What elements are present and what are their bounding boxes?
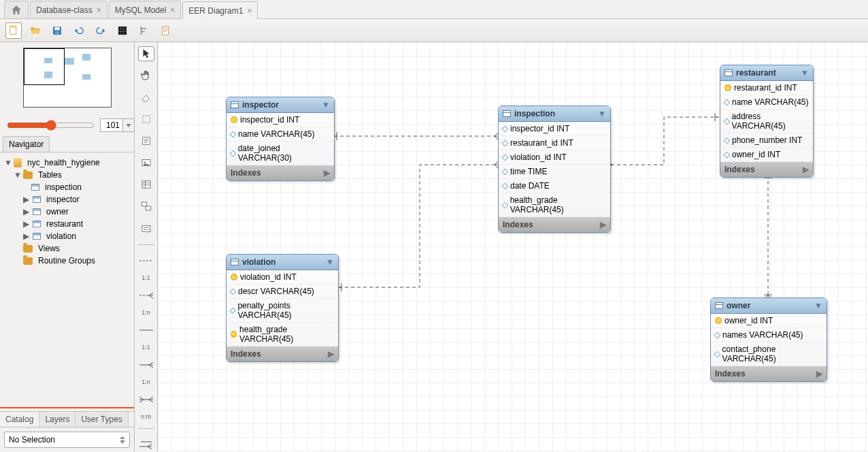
table-icon [140, 178, 152, 191]
rel-11-tool[interactable] [138, 253, 154, 268]
layers-tab[interactable]: Layers [39, 412, 76, 427]
rel-1n-icon [139, 291, 153, 300]
left-panel: 101 Navigator ▼nyc_health_hygiene ▼Table… [0, 42, 135, 452]
indexes-label: Indexes [231, 349, 261, 359]
table-icon [503, 110, 511, 117]
tree-tables[interactable]: ▼Tables [3, 169, 131, 181]
tab-eer-diagram[interactable]: EER Diagram1× [182, 1, 258, 19]
image-icon [140, 157, 152, 169]
tree-db[interactable]: ▼nyc_health_hygiene [3, 157, 131, 169]
tree-routines[interactable]: Routine Groups [3, 255, 131, 267]
selection-label: No Selection [9, 435, 55, 445]
save-button[interactable] [49, 22, 65, 39]
rel-1nb-tool[interactable] [138, 357, 154, 372]
svg-rect-14 [142, 225, 150, 231]
zoom-slider[interactable] [7, 120, 95, 131]
attr-icon [229, 307, 235, 313]
new-file-button[interactable] [5, 22, 22, 39]
attr-icon [501, 201, 508, 208]
hand-tool[interactable] [138, 68, 154, 83]
selection-combo[interactable]: No Selection [4, 432, 130, 448]
entity-violation[interactable]: violation▼ violation_id INT descr VARCHA… [226, 254, 339, 362]
entity-inspector[interactable]: inspector▼ inspector_id INT name VARCHAR… [226, 97, 335, 181]
attr-icon [502, 168, 509, 175]
rel-11b-tool[interactable] [138, 323, 154, 338]
minimap[interactable] [0, 42, 134, 117]
tree-table-restaurant[interactable]: ▶restaurant [3, 218, 131, 230]
toolbar [0, 19, 868, 42]
indexes-label: Indexes [503, 220, 533, 229]
close-icon[interactable]: × [97, 5, 101, 15]
align-button[interactable] [136, 22, 152, 39]
col: restaurant_id INT [734, 83, 797, 93]
folder-icon [23, 172, 33, 179]
tree-table-inspection[interactable]: inspection [3, 181, 131, 193]
entity-title: inspector [242, 100, 279, 110]
catalog-tab[interactable]: Catalog [0, 412, 39, 427]
document-icon [7, 25, 20, 37]
attr-icon [714, 332, 721, 338]
open-file-button[interactable] [27, 22, 44, 39]
svg-point-15 [148, 229, 150, 230]
table-icon [724, 69, 733, 76]
script-button[interactable] [158, 22, 174, 39]
entity-title: violation [242, 257, 276, 267]
grid-button[interactable] [114, 22, 131, 39]
zoom-value[interactable]: 101 [100, 118, 123, 132]
zoom-dropdown[interactable] [123, 118, 135, 132]
table-icon [715, 302, 723, 309]
grid-icon [116, 25, 129, 37]
tree-table-violation[interactable]: ▶violation [3, 230, 131, 242]
svg-point-10 [144, 161, 145, 163]
pointer-icon [140, 48, 152, 60]
routine-tool[interactable] [138, 221, 154, 236]
view-tool[interactable] [138, 199, 154, 214]
entity-title: restaurant [736, 68, 776, 78]
col: names VARCHAR(45) [722, 330, 803, 340]
col: violation_id INT [510, 152, 567, 162]
redo-button[interactable] [93, 22, 109, 39]
tree-table-inspector[interactable]: ▶inspector [3, 193, 131, 206]
attr-icon [230, 150, 237, 157]
tab-mysql-model[interactable]: MySQL Model× [109, 1, 182, 18]
rel-existing-tool[interactable] [138, 437, 154, 452]
col: name VARCHAR(45) [238, 129, 314, 139]
tab-database-class[interactable]: Database-class× [30, 1, 107, 18]
entity-restaurant[interactable]: restaurant▼ restaurant_id INT name VARCH… [720, 65, 814, 178]
usertypes-tab[interactable]: User Types [76, 412, 128, 427]
entity-title: owner [727, 301, 750, 310]
indexes-label: Indexes [724, 165, 755, 174]
home-icon [10, 4, 22, 16]
col: phone_number INT [732, 135, 802, 145]
entity-owner[interactable]: owner▼ owner_id INT names VARCHAR(45) co… [710, 297, 827, 382]
rel-nm-tool[interactable] [138, 392, 154, 407]
attr-icon [724, 137, 731, 144]
table-tool[interactable] [138, 177, 154, 192]
entity-inspection[interactable]: inspection▼ inspector_id INT restaurant_… [498, 106, 611, 233]
schema-tree: ▼nyc_health_hygiene ▼Tables inspection ▶… [0, 152, 134, 406]
pointer-tool[interactable] [138, 46, 154, 61]
pk-icon [231, 331, 237, 338]
pk-icon [724, 84, 731, 91]
attr-icon [724, 151, 731, 158]
eraser-tool[interactable] [138, 90, 154, 105]
diagram-canvas[interactable]: inspector▼ inspector_id INT name VARCHAR… [158, 42, 868, 452]
rel-1n-tool[interactable] [138, 288, 154, 303]
close-icon[interactable]: × [247, 6, 252, 16]
col: contact_phone VARCHAR(45) [722, 344, 822, 364]
tree-table-owner[interactable]: ▶owner [3, 206, 131, 218]
col: violation_id INT [240, 272, 297, 282]
close-icon[interactable]: × [170, 5, 175, 15]
image-tool[interactable] [138, 155, 154, 170]
undo-button[interactable] [71, 22, 87, 39]
rel-11-icon [139, 257, 153, 265]
home-tab[interactable] [4, 1, 29, 18]
navigator-tab[interactable]: Navigator [3, 136, 50, 152]
indexes-label: Indexes [231, 168, 261, 178]
text-tool[interactable] [138, 133, 154, 148]
col: date_joined VARCHAR(30) [238, 144, 330, 163]
layer-tool[interactable] [138, 112, 154, 127]
tree-views[interactable]: Views [3, 242, 131, 255]
table-icon [231, 101, 239, 108]
table-icon [231, 259, 239, 265]
